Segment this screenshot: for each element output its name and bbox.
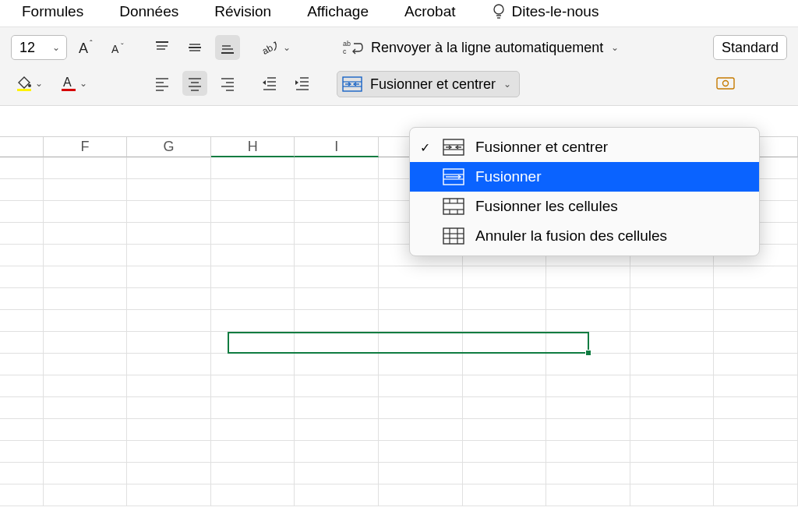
- merge-cells-icon: [443, 198, 464, 215]
- menu-item-merge-across[interactable]: Fusionner: [410, 162, 759, 192]
- wrap-merge-group: ab c Renvoyer à la ligne automatiquement…: [337, 35, 625, 97]
- menu-item-unmerge[interactable]: Annuler la fusion des cellules: [410, 221, 759, 251]
- tell-me-search[interactable]: Dites-le-nous: [492, 3, 599, 20]
- orientation-button[interactable]: ab ⌄: [257, 35, 295, 60]
- svg-text:ˆ: ˆ: [90, 39, 93, 48]
- font-color-icon: A: [60, 75, 77, 92]
- merge-center-label: Fusionner et centrer: [370, 76, 496, 93]
- column-header-g[interactable]: G: [127, 137, 211, 157]
- font-size-value: 12: [19, 40, 35, 56]
- font-group: 12 ⌄ A ˆ A ˇ: [11, 35, 132, 96]
- svg-text:c: c: [343, 48, 347, 55]
- alignment-group: [150, 35, 240, 96]
- lightbulb-icon: [492, 3, 506, 20]
- menu-item-label: Fusionner et centrer: [475, 139, 608, 156]
- wrap-text-icon: ab c: [343, 39, 363, 56]
- svg-rect-48: [717, 78, 734, 89]
- menu-item-label: Fusionner: [475, 168, 542, 185]
- svg-rect-10: [62, 89, 76, 91]
- tab-acrobat[interactable]: Acrobat: [404, 3, 455, 20]
- svg-text:A: A: [111, 43, 119, 55]
- ribbon-tabs: Formules Données Révision Affichage Acro…: [0, 0, 798, 23]
- paint-bucket-icon: [16, 75, 33, 92]
- chevron-down-icon: ⌄: [52, 42, 60, 53]
- font-size-select[interactable]: 12 ⌄: [11, 35, 67, 60]
- merge-center-icon: [443, 139, 464, 156]
- number-format-group: Standard: [713, 35, 787, 96]
- ribbon-toolbar: 12 ⌄ A ˆ A ˇ: [0, 26, 798, 106]
- chevron-down-icon: ⌄: [611, 42, 619, 53]
- menu-item-label: Annuler la fusion des cellules: [475, 227, 667, 245]
- chevron-down-icon: ⌄: [35, 78, 43, 89]
- align-left-button[interactable]: [150, 71, 175, 96]
- column-header-f[interactable]: F: [44, 137, 128, 157]
- column-header-i[interactable]: I: [295, 137, 379, 157]
- svg-text:ˇ: ˇ: [121, 42, 124, 51]
- svg-text:ab: ab: [262, 42, 275, 56]
- cell-selection[interactable]: [228, 332, 589, 354]
- currency-icon: [716, 76, 735, 91]
- align-center-button[interactable]: [182, 71, 207, 96]
- increase-font-button[interactable]: A ˆ: [75, 35, 100, 60]
- svg-point-7: [28, 84, 31, 87]
- svg-text:A: A: [79, 41, 88, 56]
- selection-fill-handle[interactable]: [585, 350, 591, 356]
- menu-item-merge-center[interactable]: ✓ Fusionner et centrer: [410, 132, 759, 162]
- merge-center-icon: [342, 76, 362, 92]
- align-right-button[interactable]: [215, 71, 240, 96]
- tab-review[interactable]: Révision: [214, 3, 271, 20]
- svg-text:A: A: [63, 76, 72, 89]
- svg-rect-59: [443, 199, 464, 214]
- chevron-down-icon: ⌄: [79, 78, 87, 89]
- tab-formulas[interactable]: Formules: [22, 3, 83, 20]
- svg-rect-66: [443, 228, 464, 244]
- number-format-select[interactable]: Standard: [713, 35, 787, 60]
- decrease-indent-button[interactable]: [257, 71, 282, 96]
- merge-dropdown-menu: ✓ Fusionner et centrer Fusionner: [409, 127, 760, 256]
- decrease-font-button[interactable]: A ˇ: [108, 35, 132, 60]
- svg-point-0: [494, 5, 503, 14]
- orientation-indent-group: ab ⌄: [257, 35, 315, 96]
- wrap-text-button[interactable]: ab c Renvoyer à la ligne automatiquement…: [337, 35, 625, 60]
- merge-across-icon: [443, 168, 464, 185]
- column-header[interactable]: [0, 137, 44, 157]
- unmerge-icon: [443, 227, 464, 245]
- check-icon: ✓: [418, 140, 432, 155]
- tab-view[interactable]: Affichage: [307, 3, 369, 20]
- menu-item-label: Fusionner les cellules: [475, 198, 618, 215]
- menu-item-merge-cells[interactable]: Fusionner les cellules: [410, 192, 759, 221]
- increase-indent-button[interactable]: [290, 71, 315, 96]
- align-middle-button[interactable]: [182, 35, 207, 60]
- svg-point-49: [722, 81, 728, 86]
- column-header-h[interactable]: H: [211, 137, 295, 157]
- tell-me-label: Dites-le-nous: [512, 3, 599, 20]
- align-top-button[interactable]: [150, 35, 175, 60]
- wrap-text-label: Renvoyer à la ligne automatiquement: [371, 40, 603, 56]
- accounting-format-button[interactable]: [713, 71, 738, 96]
- number-format-label: Standard: [722, 40, 779, 56]
- tab-data[interactable]: Données: [119, 3, 178, 20]
- align-bottom-button[interactable]: [215, 35, 240, 60]
- merge-center-button[interactable]: Fusionner et centrer ⌄: [337, 71, 520, 97]
- orientation-icon: ab: [262, 39, 281, 56]
- chevron-down-icon: ⌄: [503, 79, 511, 90]
- fill-color-button[interactable]: ⌄: [11, 71, 48, 96]
- svg-text:ab: ab: [343, 40, 351, 48]
- font-color-button[interactable]: A ⌄: [55, 71, 92, 96]
- svg-rect-8: [17, 89, 31, 91]
- chevron-down-icon: ⌄: [283, 42, 291, 53]
